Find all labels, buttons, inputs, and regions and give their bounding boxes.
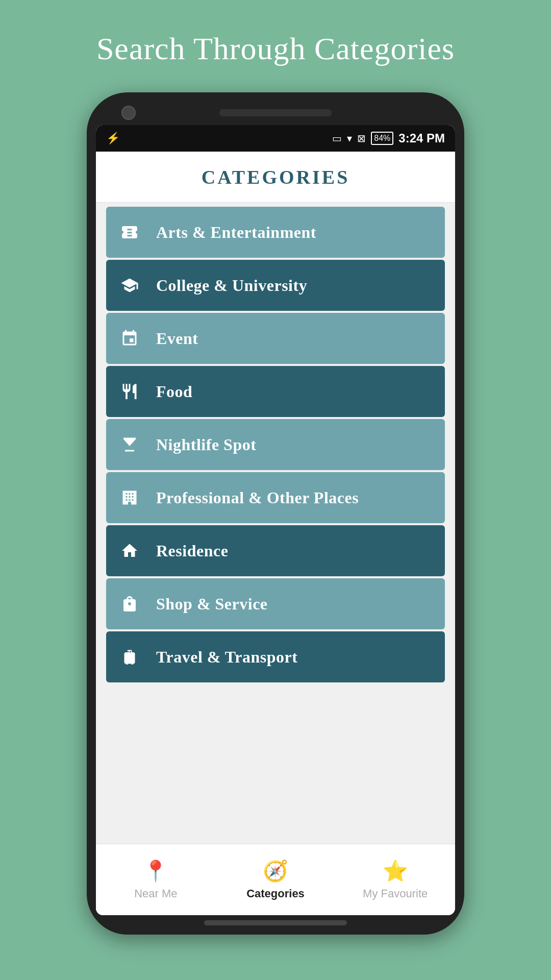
page-title: Search Through Categories [96, 31, 455, 67]
category-label-nightlife: Nightlife Spot [156, 435, 256, 454]
category-item-residence[interactable]: Residence [106, 525, 445, 576]
compass-icon: 🧭 [263, 859, 288, 883]
graduation-icon [118, 274, 141, 297]
category-label-residence: Residence [156, 542, 228, 560]
calendar-icon [118, 327, 141, 350]
battery: 84% [371, 132, 393, 145]
star-icon: ⭐ [383, 859, 408, 883]
category-label-college: College & University [156, 276, 307, 295]
location-icon: 📍 [143, 859, 168, 883]
category-item-college[interactable]: College & University [106, 260, 445, 311]
nav-item-near-me[interactable]: 📍 Near Me [96, 859, 216, 900]
nav-label-favourite: My Favourite [363, 887, 428, 900]
bag-icon [118, 593, 141, 615]
phone-screen: ⚡ ▭ ▾ ⊠ 84% 3:24 PM CATEGORIES Arts & En… [96, 125, 455, 915]
category-item-arts[interactable]: Arts & Entertainment [106, 207, 445, 258]
category-label-event: Event [156, 329, 198, 348]
category-label-arts: Arts & Entertainment [156, 223, 316, 242]
camera [121, 106, 136, 120]
fork-icon [118, 380, 141, 403]
nav-item-favourite[interactable]: ⭐ My Favourite [335, 859, 455, 900]
building-icon [118, 486, 141, 509]
app-header: CATEGORIES [96, 152, 455, 203]
phone-top-bar [96, 102, 455, 125]
category-label-food: Food [156, 382, 192, 401]
speaker [219, 109, 332, 116]
ticket-icon [118, 221, 141, 243]
phone-frame: ⚡ ▭ ▾ ⊠ 84% 3:24 PM CATEGORIES Arts & En… [87, 92, 464, 935]
nav-label-categories: Categories [246, 887, 305, 900]
category-label-shop: Shop & Service [156, 595, 268, 614]
drink-icon [118, 433, 141, 456]
status-time: 3:24 PM [398, 131, 445, 145]
category-label-professional: Professional & Other Places [156, 488, 359, 507]
category-item-nightlife[interactable]: Nightlife Spot [106, 419, 445, 470]
category-item-food[interactable]: Food [106, 366, 445, 417]
usb-icon: ⚡ [106, 132, 120, 145]
category-item-travel[interactable]: Travel & Transport [106, 631, 445, 682]
category-item-event[interactable]: Event [106, 313, 445, 364]
signal-icon: ⊠ [357, 132, 366, 144]
phone-icon: ▭ [332, 132, 342, 144]
category-item-professional[interactable]: Professional & Other Places [106, 472, 445, 523]
category-label-travel: Travel & Transport [156, 648, 297, 667]
bottom-nav: 📍 Near Me 🧭 Categories ⭐ My Favourite [96, 844, 455, 915]
status-left: ⚡ [106, 132, 120, 145]
app-header-title: CATEGORIES [202, 166, 350, 188]
phone-home-bar [204, 920, 347, 925]
category-list: Arts & Entertainment College & Universit… [96, 203, 455, 844]
status-bar: ⚡ ▭ ▾ ⊠ 84% 3:24 PM [96, 125, 455, 152]
nav-label-near-me: Near Me [134, 887, 177, 900]
home-icon [118, 540, 141, 562]
wifi-icon: ▾ [347, 132, 352, 144]
status-right: ▭ ▾ ⊠ 84% 3:24 PM [332, 131, 445, 145]
luggage-icon [118, 646, 141, 668]
category-item-shop[interactable]: Shop & Service [106, 578, 445, 629]
nav-item-categories[interactable]: 🧭 Categories [216, 859, 336, 900]
